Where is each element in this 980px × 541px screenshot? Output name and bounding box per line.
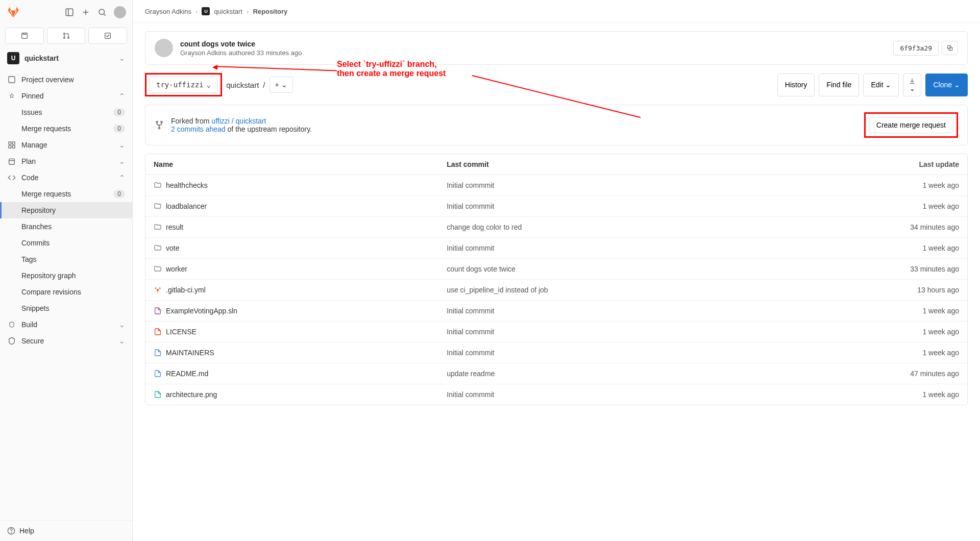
svg-rect-12: [9, 77, 15, 83]
file-name-cell[interactable]: README.md: [154, 370, 447, 378]
last-update-cell: 47 minutes ago: [857, 370, 959, 378]
file-name-cell[interactable]: LICENSE: [154, 328, 447, 336]
nav-pinned-mr[interactable]: Merge requests 0: [0, 120, 132, 137]
create-mr-button[interactable]: Create merge request: [869, 117, 953, 133]
svg-point-9: [63, 37, 65, 39]
path-project[interactable]: quickstart: [226, 81, 259, 89]
table-row[interactable]: loadbalancer Initial commmit 1 week ago: [145, 196, 967, 217]
nav-code[interactable]: Code ⌃: [0, 169, 132, 186]
table-row[interactable]: architecture.png Initial commmit 1 week …: [145, 384, 967, 405]
file-name-cell[interactable]: .gitlab-ci.yml: [154, 286, 447, 294]
copy-sha-button[interactable]: [942, 41, 958, 55]
mini-todo-icon[interactable]: [88, 28, 127, 44]
last-commit-cell[interactable]: Initial commmit: [447, 328, 857, 336]
panel-icon[interactable]: [65, 8, 74, 17]
breadcrumb-project[interactable]: quickstart: [214, 8, 242, 15]
table-row[interactable]: worker count dogs vote twice 33 minutes …: [145, 259, 967, 280]
folder-icon: [154, 202, 162, 210]
last-commit-cell[interactable]: Initial commmit: [447, 390, 857, 399]
last-commit-cell[interactable]: Initial commmit: [447, 349, 857, 357]
svg-rect-15: [9, 145, 11, 148]
project-selector[interactable]: U quickstart ⌄: [0, 47, 132, 69]
table-row[interactable]: vote Initial commmit 1 week ago: [145, 238, 967, 259]
svg-rect-7: [23, 33, 26, 35]
fork-source-link[interactable]: uffizzi / quickstart: [211, 117, 266, 125]
nav-code-tags[interactable]: Tags: [0, 251, 132, 267]
table-row[interactable]: ExampleVotingApp.sln Initial commmit 1 w…: [145, 301, 967, 322]
plus-icon[interactable]: [81, 8, 90, 17]
last-update-cell: 1 week ago: [857, 349, 959, 357]
last-commit-cell[interactable]: count dogs vote twice: [447, 265, 857, 273]
last-commit-cell[interactable]: change dog color to red: [447, 223, 857, 231]
last-commit-cell[interactable]: Initial commmit: [447, 307, 857, 315]
chevron-down-icon: ⌄: [207, 81, 211, 89]
file-name-cell[interactable]: MAINTAINERS: [154, 349, 447, 357]
last-commit-cell[interactable]: use ci_pipeline_id instead of job: [447, 286, 857, 294]
folder-icon: [154, 244, 162, 252]
repo-toolbar: try-uffizzi ⌄ quickstart / + ⌄ History F…: [145, 73, 968, 96]
user-avatar[interactable]: [114, 6, 126, 18]
nav-code-repository[interactable]: Repository: [0, 202, 132, 218]
build-icon: [7, 321, 16, 329]
history-button[interactable]: History: [777, 73, 815, 96]
nav-code-branches[interactable]: Branches: [0, 218, 132, 235]
file-name-cell[interactable]: architecture.png: [154, 390, 447, 399]
last-commit-cell[interactable]: Initial commmit: [447, 181, 857, 189]
branch-selector[interactable]: try-uffizzi ⌄: [150, 77, 217, 93]
nav-code-snippets[interactable]: Snippets: [0, 300, 132, 316]
nav-code-graph[interactable]: Repository graph: [0, 267, 132, 284]
nav-pinned-issues[interactable]: Issues 0: [0, 104, 132, 120]
nav-manage[interactable]: Manage ⌄: [0, 137, 132, 153]
nav-overview[interactable]: Project overview: [0, 71, 132, 88]
edit-button[interactable]: Edit ⌄: [863, 73, 899, 96]
nav-code-mr[interactable]: Merge requests 0: [0, 186, 132, 202]
project-name: quickstart: [24, 54, 59, 62]
file-name-cell[interactable]: loadbalancer: [154, 202, 447, 210]
table-row[interactable]: .gitlab-ci.yml use ci_pipeline_id instea…: [145, 280, 967, 301]
nav-build[interactable]: Build ⌄: [0, 316, 132, 333]
find-file-button[interactable]: Find file: [819, 73, 859, 96]
file-name-cell[interactable]: ExampleVotingApp.sln: [154, 307, 447, 315]
nav-secure[interactable]: Secure ⌄: [0, 333, 132, 349]
breadcrumb-user[interactable]: Grayson Adkins: [145, 8, 191, 15]
last-update-cell: 1 week ago: [857, 390, 959, 399]
last-commit-cell[interactable]: update readme: [447, 370, 857, 378]
svg-point-8: [63, 33, 65, 35]
plan-icon: [7, 157, 16, 165]
table-row[interactable]: README.md update readme 47 minutes ago: [145, 363, 967, 384]
commits-ahead-link[interactable]: 2 commits ahead: [171, 125, 226, 133]
file-name: architecture.png: [166, 390, 217, 399]
svg-point-4: [99, 9, 105, 15]
commit-sha[interactable]: 6f9f3a29: [893, 41, 939, 56]
nav-pinned[interactable]: Pinned ⌃: [0, 88, 132, 104]
svg-rect-11: [105, 33, 111, 39]
last-commit-cell[interactable]: Initial commmit: [447, 202, 857, 210]
table-row[interactable]: MAINTAINERS Initial commmit 1 week ago: [145, 342, 967, 363]
file-name-cell[interactable]: vote: [154, 244, 447, 252]
file-name-cell[interactable]: result: [154, 223, 447, 231]
file-name-cell[interactable]: worker: [154, 265, 447, 273]
table-row[interactable]: LICENSE Initial commmit 1 week ago: [145, 322, 967, 342]
project-avatar: U: [7, 52, 19, 64]
mini-mr-icon[interactable]: [47, 28, 86, 44]
gitlab-logo-icon[interactable]: [6, 5, 20, 19]
nav-plan[interactable]: Plan ⌄: [0, 153, 132, 169]
search-icon[interactable]: [97, 8, 107, 17]
file-name: vote: [166, 244, 179, 252]
commit-title[interactable]: count dogs vote twice: [180, 40, 886, 48]
chevron-down-icon: ⌄: [281, 81, 287, 89]
clone-button[interactable]: Clone ⌄: [925, 73, 968, 96]
table-row[interactable]: healthchecks Initial commmit 1 week ago: [145, 175, 967, 196]
add-file-button[interactable]: + ⌄: [270, 77, 293, 93]
mini-board-icon[interactable]: [5, 28, 44, 44]
last-update-cell: 1 week ago: [857, 244, 959, 252]
file-name-cell[interactable]: healthchecks: [154, 181, 447, 189]
nav-code-compare[interactable]: Compare revisions: [0, 284, 132, 300]
help-button[interactable]: Help: [0, 520, 132, 541]
gitlab-icon: [154, 286, 162, 294]
last-commit-cell[interactable]: Initial commmit: [447, 244, 857, 252]
download-button[interactable]: ⌄: [903, 73, 921, 96]
nav-code-commits[interactable]: Commits: [0, 235, 132, 251]
chevron-down-icon: ⌄: [119, 321, 125, 329]
table-row[interactable]: result change dog color to red 34 minute…: [145, 217, 967, 238]
